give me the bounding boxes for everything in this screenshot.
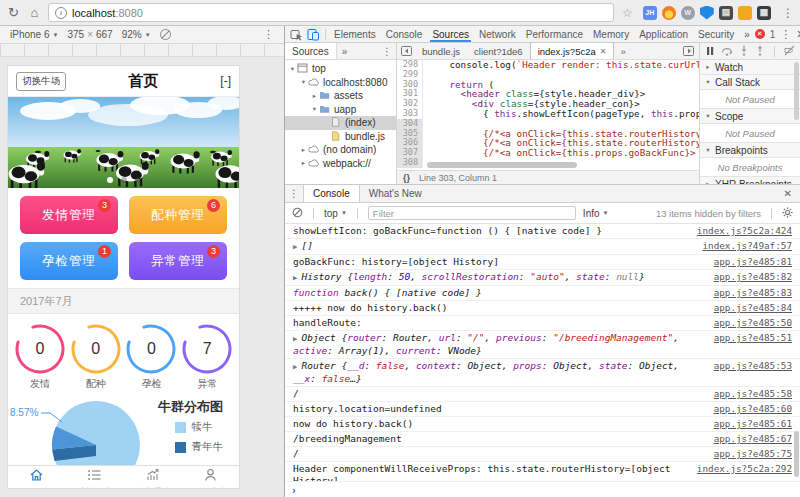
close-tab-icon[interactable]: ✕ <box>600 47 607 56</box>
tree-item-bundle-js[interactable]: bundle.js <box>285 130 396 144</box>
extension-icon-wallet[interactable]: W <box>681 6 695 20</box>
show-debugger-icon[interactable] <box>683 46 699 56</box>
execution-context-select[interactable]: top▼ <box>324 208 347 219</box>
drawer-close-icon[interactable]: ✕ <box>784 188 800 199</box>
console-source-link[interactable]: index.js?5c2a:424 <box>697 225 792 237</box>
browser-menu-icon[interactable]: ⋮ <box>782 6 794 20</box>
console-source-link[interactable]: index.js?5c2a:292 <box>697 463 792 475</box>
banner-carousel[interactable] <box>8 97 239 188</box>
deactivate-breakpoints-icon[interactable] <box>784 42 795 60</box>
more-tabs-button[interactable]: » <box>739 26 755 42</box>
tree-arrow-icon[interactable]: ▾ <box>310 105 319 113</box>
carousel-dot[interactable] <box>135 177 141 183</box>
drawer-menu-icon[interactable]: ⋮ <box>285 188 303 199</box>
devtools-tab-security[interactable]: Security <box>693 26 739 42</box>
step-over-icon[interactable] <box>721 42 733 60</box>
sidebar-section-scope[interactable]: ▾Scope <box>700 109 800 124</box>
devtools-tab-console[interactable]: Console <box>381 26 428 42</box>
carousel-dot[interactable] <box>121 177 127 183</box>
home-icon[interactable]: ⌂ <box>27 5 42 20</box>
inspect-element-icon[interactable] <box>288 27 305 42</box>
tree-item--index-[interactable]: (index) <box>285 116 396 130</box>
app-tab-home[interactable]: 首页 <box>8 466 66 489</box>
navigator-menu-icon[interactable]: ⋮ <box>382 46 396 57</box>
console-scrollbar[interactable] <box>794 431 799 477</box>
reload-icon[interactable]: ↻ <box>6 5 21 20</box>
devtools-close-icon[interactable]: ✕ <box>796 28 800 41</box>
extension-icon-qr[interactable]: ▦ <box>757 6 771 20</box>
tree-arrow-icon[interactable]: ▸ <box>310 92 319 100</box>
sidebar-section-breakpoints[interactable]: ▾Breakpoints <box>700 143 800 158</box>
log-level-select[interactable]: Info▼ <box>583 208 609 219</box>
extension-icon-flame[interactable] <box>662 6 676 20</box>
console-source-link[interactable]: app.js?e485:51 <box>714 332 792 344</box>
carousel-dots[interactable] <box>8 177 239 183</box>
console-tab-console[interactable]: Console <box>303 185 360 202</box>
console-source-link[interactable]: app.js?e485:61 <box>714 418 792 430</box>
tree-item-webpack-[interactable]: ▸webpack:// <box>285 157 396 171</box>
devtools-tab-network[interactable]: Network <box>474 26 521 42</box>
devtools-menu-icon[interactable]: ⋮ <box>780 28 791 41</box>
tree-arrow-icon[interactable]: ▸ <box>299 146 308 154</box>
console-source-link[interactable]: app.js?e485:50 <box>714 317 792 329</box>
menu-button[interactable]: 配种管理6 <box>129 196 227 234</box>
extension-icon-swatch[interactable] <box>738 6 752 20</box>
console-source-link[interactable]: app.js?e485:60 <box>714 403 792 415</box>
bookmark-star-icon[interactable]: ☆ <box>622 6 633 20</box>
pause-script-icon[interactable] <box>705 42 715 60</box>
sidebar-section-xhr-breakpoints[interactable]: ▸XHR Breakpoints <box>700 177 800 184</box>
devtools-tab-application[interactable]: Application <box>634 26 693 42</box>
sidebar-section-watch[interactable]: ▸Watch <box>700 60 800 75</box>
carousel-dot-active[interactable] <box>107 177 113 183</box>
device-dimensions[interactable]: 375×667 <box>67 29 112 40</box>
tree-item-assets[interactable]: ▸assets <box>285 89 396 103</box>
menu-button[interactable]: 孕检管理1 <box>20 242 118 280</box>
device-select[interactable]: iPhone 6▼ <box>10 29 58 40</box>
file-tab[interactable]: index.js?5c2a✕ <box>530 43 615 59</box>
console-source-link[interactable]: app.js?e485:53 <box>714 360 792 372</box>
file-tab[interactable]: client?1de6 <box>467 43 530 59</box>
horizontal-scrollbar[interactable] <box>427 162 577 168</box>
switch-farm-button[interactable]: 切换牛场 <box>16 72 66 91</box>
tree-arrow-icon[interactable]: ▾ <box>288 65 297 73</box>
file-tab[interactable]: bundle.js <box>415 43 467 59</box>
step-into-icon[interactable] <box>739 42 749 60</box>
more-file-tabs[interactable]: » <box>614 46 631 57</box>
tree-arrow-icon[interactable]: ▾ <box>299 78 308 86</box>
console-settings-icon[interactable] <box>782 207 793 220</box>
console-tab-what-s-new[interactable]: What's New <box>360 185 431 202</box>
url-bar[interactable]: i localhost:8080 <box>48 3 614 22</box>
navigator-tab-sources[interactable]: Sources <box>285 43 337 59</box>
console-source-link[interactable]: app.js?e485:67 <box>714 433 792 445</box>
device-toolbar-toggle-icon[interactable] <box>305 27 322 42</box>
sidebar-section-call-stack[interactable]: ▾Call Stack <box>700 75 800 90</box>
page-info-icon[interactable]: i <box>55 7 67 19</box>
app-tab-list[interactable]: 功能列表 <box>66 466 124 489</box>
console-filter-input[interactable]: Filter <box>368 206 576 220</box>
tree-item-top[interactable]: ▾top <box>285 62 396 76</box>
sidebar-scrollbar[interactable] <box>794 62 799 120</box>
code-editor[interactable]: 298 console.log(`Header render: this.sta… <box>397 60 699 170</box>
step-out-icon[interactable] <box>755 42 765 60</box>
hide-navigator-icon[interactable] <box>397 46 415 56</box>
console-source-link[interactable]: app.js?e485:81 <box>714 256 792 268</box>
tree-item-localhost-8080[interactable]: ▾localhost:8080 <box>285 76 396 90</box>
tree-item--no-domain-[interactable]: ▸(no domain) <box>285 143 396 157</box>
collapse-button[interactable]: [-] <box>220 74 231 88</box>
menu-button[interactable]: 异常管理3 <box>129 242 227 280</box>
navigator-more-tabs[interactable]: » <box>337 46 353 57</box>
extension-icon-film[interactable]: ▤ <box>719 6 733 20</box>
device-toolbar-menu-icon[interactable]: ⋮ <box>263 28 274 41</box>
throttling-icon[interactable] <box>160 29 171 40</box>
extension-icon-shield[interactable] <box>700 6 714 20</box>
console-source-link[interactable]: app.js?e485:83 <box>714 287 792 299</box>
console-source-link[interactable]: app.js?e485:84 <box>714 302 792 314</box>
devtools-tab-performance[interactable]: Performance <box>521 26 588 42</box>
clear-console-icon[interactable] <box>292 207 303 220</box>
console-source-link[interactable]: app.js?e485:58 <box>714 388 792 400</box>
error-badge-icon[interactable]: ✕ <box>755 29 765 39</box>
console-source-link[interactable]: app.js?e485:82 <box>714 271 792 283</box>
menu-button[interactable]: 发情管理3 <box>20 196 118 234</box>
devtools-tab-memory[interactable]: Memory <box>588 26 634 42</box>
extension-icon-jh[interactable]: JH <box>643 6 657 20</box>
